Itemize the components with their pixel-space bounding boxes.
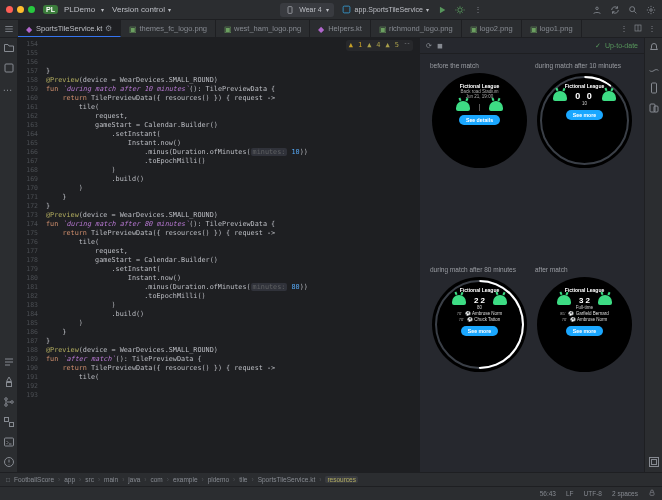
bookmarks-icon[interactable]: … xyxy=(3,82,15,94)
breadcrumb-item[interactable]: FootballScore xyxy=(14,476,54,483)
build-variants-icon[interactable] xyxy=(3,376,15,388)
breadcrumb[interactable]: □FootballScore›app›src›main›java›com›exa… xyxy=(0,472,662,486)
layout-inspector-icon[interactable] xyxy=(648,456,660,468)
tab-settings-icon[interactable]: ⚙ xyxy=(105,24,112,33)
breadcrumb-sep-icon: › xyxy=(233,476,235,483)
file-tab[interactable]: ▣logo1.png xyxy=(522,20,582,37)
indent[interactable]: 2 spaces xyxy=(612,490,638,497)
image-file-icon: ▣ xyxy=(379,25,386,32)
breadcrumb-item[interactable]: pldemo xyxy=(208,476,229,483)
svg-rect-8 xyxy=(6,383,11,387)
debug-button[interactable] xyxy=(455,5,465,15)
svg-point-3 xyxy=(596,7,599,10)
minimize-icon[interactable] xyxy=(17,6,24,13)
breadcrumb-item[interactable]: resources xyxy=(325,476,358,483)
team-logo-right xyxy=(602,91,616,101)
problems-icon[interactable] xyxy=(3,456,15,468)
tab-label: SportsTileService.kt xyxy=(36,24,102,33)
project-dropdown[interactable]: PL PLDemo ▾ xyxy=(43,5,104,14)
warning-weak-icon: ▲ xyxy=(367,41,371,50)
image-file-icon: ▣ xyxy=(470,25,477,32)
preview-cell[interactable]: before the matchFictional LeagueBack roa… xyxy=(430,62,529,260)
editor[interactable]: 1541551561571581591601611621631641651661… xyxy=(18,38,419,472)
maximize-icon[interactable] xyxy=(28,6,35,13)
svg-point-4 xyxy=(630,6,635,11)
file-tab[interactable]: ▣logo2.png xyxy=(462,20,522,37)
breadcrumb-item[interactable]: tile xyxy=(239,476,247,483)
split-icon[interactable] xyxy=(634,24,642,34)
file-tab[interactable]: ▣richmond_logo.png xyxy=(371,20,462,37)
code-area[interactable]: ▲1 ▲4 ▲5 ˄˅ }@Preview(device = WearDevic… xyxy=(42,38,419,472)
team-logo-left xyxy=(452,295,466,305)
terminal-icon[interactable] xyxy=(3,436,15,448)
breadcrumb-item[interactable]: main xyxy=(104,476,118,483)
settings-icon[interactable] xyxy=(646,5,656,15)
left-tool-rail: … xyxy=(0,38,18,472)
encoding[interactable]: UTF-8 xyxy=(584,490,602,497)
svg-rect-21 xyxy=(650,492,654,495)
updates-icon[interactable] xyxy=(610,5,620,15)
preview-label: after match xyxy=(535,266,634,273)
watch-fulltime: Full-time xyxy=(576,305,593,310)
breadcrumb-item[interactable]: example xyxy=(173,476,198,483)
breadcrumb-item[interactable]: com xyxy=(150,476,162,483)
preview-status: Up-to-date xyxy=(605,42,638,49)
run-config-dropdown[interactable]: app.SportsTileService ▾ xyxy=(342,5,429,15)
file-tab[interactable]: ▣west_ham_logo.png xyxy=(216,20,310,37)
line-separator[interactable]: LF xyxy=(566,490,574,497)
tab-label: themes_fc_logo.png xyxy=(139,24,207,33)
vc-label: Version control xyxy=(112,5,165,14)
preview-cell[interactable]: during match after 80 minutesFictional L… xyxy=(430,266,529,464)
search-everywhere-icon[interactable] xyxy=(628,5,638,15)
team-logo-right xyxy=(493,295,507,305)
preview-stop-icon[interactable]: ◼ xyxy=(437,42,443,50)
watch-cta-button[interactable]: See more xyxy=(566,326,603,336)
breadcrumb-item[interactable]: java xyxy=(128,476,140,483)
preview-cell[interactable]: during match after 10 minutesFictional L… xyxy=(535,62,634,260)
tab-strip: ◆SportsTileService.kt⚙▣themes_fc_logo.pn… xyxy=(0,20,662,38)
notifications-icon[interactable] xyxy=(648,42,660,54)
resource-manager-icon[interactable] xyxy=(3,62,15,74)
device-manager-icon[interactable] xyxy=(648,102,660,114)
tab-label: west_ham_logo.png xyxy=(234,24,301,33)
team-logo-left xyxy=(553,91,567,101)
structure-icon[interactable] xyxy=(3,356,15,368)
read-only-icon[interactable] xyxy=(648,489,656,498)
tab-label: logo2.png xyxy=(480,24,513,33)
preview-refresh-icon[interactable]: ⟳ xyxy=(426,42,432,50)
run-button[interactable] xyxy=(437,5,447,15)
inspection-overlay[interactable]: ▲1 ▲4 ▲5 ˄˅ xyxy=(346,40,413,51)
project-tool-button[interactable] xyxy=(0,20,18,37)
tab-label: richmond_logo.png xyxy=(389,24,453,33)
svg-point-5 xyxy=(650,8,653,11)
titlebar: PL PLDemo ▾ Version control ▾ Wear 4 ▾ a… xyxy=(0,0,662,20)
git-icon[interactable] xyxy=(3,396,15,408)
svg-rect-20 xyxy=(651,460,656,465)
svg-point-2 xyxy=(458,7,462,11)
tabs-dropdown-icon[interactable]: ⋮ xyxy=(620,24,628,33)
file-tab[interactable]: ◆SportsTileService.kt⚙ xyxy=(18,20,121,37)
file-tab[interactable]: ▣themes_fc_logo.png xyxy=(121,20,216,37)
preview-label: before the match xyxy=(430,62,529,69)
image-file-icon: ▣ xyxy=(224,25,231,32)
breadcrumb-item[interactable]: src xyxy=(85,476,94,483)
project-tool-icon[interactable] xyxy=(3,42,15,54)
device-selector[interactable]: Wear 4 ▾ xyxy=(280,3,333,17)
preview-cell[interactable]: after matchFictional League3 2Full-time8… xyxy=(535,266,634,464)
main: … 154155156157158159160161162163164165 xyxy=(0,38,662,472)
services-icon[interactable] xyxy=(3,416,15,428)
running-devices-icon[interactable] xyxy=(648,82,660,94)
caret-position[interactable]: 56:43 xyxy=(540,490,556,497)
close-icon[interactable] xyxy=(6,6,13,13)
tab-label: logo1.png xyxy=(540,24,573,33)
more-run-options[interactable]: ⋮ xyxy=(473,5,483,15)
gradle-icon[interactable] xyxy=(648,62,660,74)
overflow-icon[interactable]: ⋮ xyxy=(648,24,656,33)
watch-cta-button[interactable]: See details xyxy=(459,115,500,125)
file-tab[interactable]: ◆Helpers.kt xyxy=(310,20,371,37)
breadcrumb-item[interactable]: app xyxy=(64,476,75,483)
code-with-me-icon[interactable] xyxy=(592,5,602,15)
breadcrumb-item[interactable]: SportsTileService.kt xyxy=(258,476,316,483)
version-control-dropdown[interactable]: Version control ▾ xyxy=(112,5,171,14)
status-bar: 56:43 LF UTF-8 2 spaces xyxy=(0,486,662,500)
